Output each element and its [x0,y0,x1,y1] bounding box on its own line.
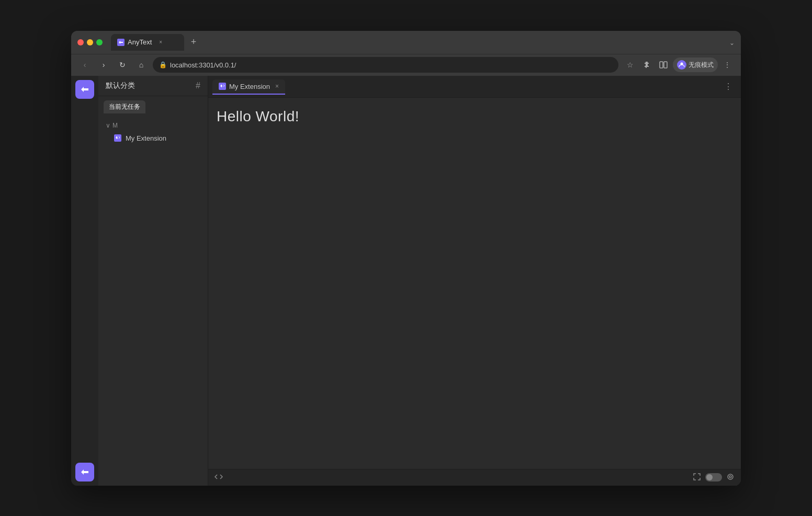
list-item[interactable]: My Extension [102,131,205,145]
app-tab-close-button[interactable]: × [275,83,279,90]
svg-point-4 [729,476,731,478]
split-view-button[interactable] [656,58,671,72]
incognito-label: 无痕模式 [689,61,714,70]
panel-header: 默认分类 # [98,76,208,96]
bottom-bar [208,469,741,486]
panel-group-header[interactable]: ∨ M [98,120,208,131]
bottom-right [693,473,735,483]
tab-label: AnyText [128,38,152,46]
svg-rect-1 [664,62,667,68]
tab-favicon [117,39,125,46]
maximize-button[interactable] [96,39,103,45]
user-avatar [677,60,686,70]
lock-icon: 🔒 [159,61,167,68]
nav-actions: ☆ 无痕模式 ⋮ [623,58,735,72]
content-view: Hello World! [208,98,741,469]
app-tab-label: My Extension [229,83,270,90]
browser-tab[interactable]: AnyText × [111,34,184,51]
back-button[interactable]: ‹ [77,58,92,72]
new-tab-button[interactable]: + [186,35,201,50]
panel-group: ∨ M My Extension [98,118,208,147]
panel-sidebar: 默认分类 # 当前无任务 ∨ M [98,76,208,486]
panel-tab-current[interactable]: 当前无任务 [104,100,145,113]
app-tab-favicon [219,83,226,90]
minimize-button[interactable] [87,39,93,45]
close-button[interactable] [77,39,84,45]
traffic-lights [77,39,103,45]
chevron-icon: ∨ [106,122,110,129]
item-favicon [114,134,121,142]
title-bar-right: ⌄ [729,38,735,47]
app-tab-actions: ⋮ [720,79,737,94]
panel-list: ∨ M My Extension [98,113,208,486]
toggle-switch[interactable] [705,473,722,481]
hash-icon[interactable]: # [196,81,200,90]
main-content: My Extension × ⋮ Hello World! [208,76,741,486]
app-tab-bar: My Extension × ⋮ [208,76,741,98]
app-tab[interactable]: My Extension × [212,79,285,95]
item-label: My Extension [126,134,166,142]
panel-title: 默认分类 [106,81,135,90]
app-more-button[interactable]: ⋮ [720,79,737,94]
arrows-icon[interactable] [693,473,701,483]
app-content: 默认分类 # 当前无任务 ∨ M [71,76,741,486]
extensions-button[interactable] [639,58,654,72]
settings-icon[interactable] [726,473,735,483]
browser-more-button[interactable]: ⋮ [720,58,735,72]
nav-bar: ‹ › ↻ ⌂ 🔒 localhost:3301/v0.0.1/ ☆ [71,54,741,76]
hello-world-text: Hello World! [217,108,732,125]
home-button[interactable]: ⌂ [134,58,149,72]
bottom-left [215,473,223,483]
chevron-down-icon[interactable]: ⌄ [729,39,735,47]
svg-rect-0 [660,62,663,68]
bottom-code-icon[interactable] [215,473,223,483]
tab-bar: AnyText × + [111,34,725,51]
browser-window: AnyText × + ⌄ ‹ › ↻ ⌂ 🔒 localhost:3301/v… [71,31,741,486]
address-bar[interactable]: 🔒 localhost:3301/v0.0.1/ [153,57,618,73]
forward-button[interactable]: › [96,58,111,72]
icon-sidebar [71,76,98,486]
sidebar-icon-bottom[interactable] [75,463,94,481]
sidebar-icon-top[interactable] [75,80,94,99]
bookmark-button[interactable]: ☆ [623,58,637,72]
title-bar: AnyText × + ⌄ [71,31,741,54]
svg-point-3 [728,474,733,479]
reload-button[interactable]: ↻ [115,58,130,72]
user-profile-button[interactable]: 无痕模式 [673,58,718,72]
address-text: localhost:3301/v0.0.1/ [170,61,236,69]
tab-close-button[interactable]: × [157,39,164,46]
panel-tabs: 当前无任务 [98,96,208,113]
